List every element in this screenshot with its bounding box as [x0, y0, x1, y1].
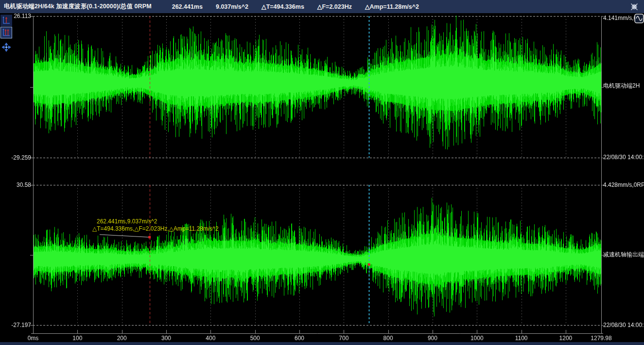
chart-stage: 26.113 -29.259 30.58 -27.197 4.141mm/s,0… — [0, 13, 644, 345]
x-tick-label: 0ms — [28, 335, 39, 342]
header-title: 电机驱动端2H/64k 加速度波形(0.1-20000)/总值 0RPM — [4, 2, 152, 11]
timestamp-label-bottom-chart: 22/08/30 14:00:00 — [603, 322, 644, 328]
x-tick-label: 500 — [250, 335, 260, 342]
waveform-icon — [634, 14, 644, 23]
cursor-annotation: 262.441ms,9.037m/s^2 △T=494.336ms,△F=2.0… — [92, 218, 219, 233]
app-window: 电机驱动端2H/64k 加速度波形(0.1-20000)/总值 0RPM 262… — [0, 0, 644, 345]
x-tick-label: 700 — [339, 335, 348, 342]
x-tick-label: 1200 — [559, 335, 573, 342]
waveform-canvas[interactable] — [0, 13, 644, 345]
cursor-annotation-line2: △T=494.336ms,△F=2.023Hz,△Amp=11.28m/s^2 — [92, 225, 219, 233]
x-tick-label: 300 — [161, 335, 171, 342]
delta-f-readout: △F=2.023Hz — [317, 3, 352, 10]
x-tick-label: 1000 — [470, 335, 484, 342]
timestamp-label-top-chart: 22/08/30 14:00:00 — [603, 154, 644, 161]
waveform-window-button[interactable] — [634, 14, 644, 23]
bottom-edge-strip — [0, 342, 644, 345]
x-tick-label: 900 — [428, 335, 437, 342]
y-max-label-bottom-chart: 30.58 — [6, 182, 31, 188]
x-tick-label: 100 — [72, 335, 82, 342]
pan-move-icon — [2, 43, 11, 52]
x-tick-label: 1100 — [515, 335, 528, 342]
x-tick-label: 200 — [117, 335, 127, 342]
cursor-annotation-line1: 262.441ms,9.037m/s^2 — [92, 218, 219, 225]
x-tick-label: 1279.98 — [591, 335, 611, 342]
cursor-amplitude-readout: 9.037m/s^2 — [216, 3, 248, 10]
collapse-button[interactable] — [629, 2, 640, 12]
speed-label-bottom-chart: 4.428mm/s,0RPM — [603, 182, 644, 188]
collapse-icon — [630, 2, 639, 11]
y-min-label-top-chart: -29.259 — [6, 155, 31, 161]
single-cursor-icon — [2, 16, 11, 25]
delta-t-readout: △T=494.336ms — [261, 3, 304, 10]
x-tick-label: 800 — [383, 335, 393, 342]
header-bar: 电机驱动端2H/64k 加速度波形(0.1-20000)/总值 0RPM 262… — [0, 0, 644, 13]
x-tick-label: 600 — [295, 335, 304, 342]
pan-button[interactable] — [0, 41, 12, 53]
dual-cursor-icon — [2, 28, 11, 37]
dual-cursor-button[interactable] — [0, 27, 12, 38]
single-cursor-button[interactable] — [0, 15, 12, 26]
cursor-toolbar — [0, 15, 13, 54]
y-min-label-bottom-chart: -27.197 — [6, 322, 31, 328]
x-axis-labels: 0ms1002003004005006007008009001000110012… — [0, 335, 644, 342]
channel-label-top-chart: 电机驱动端2H — [603, 83, 640, 89]
cursor-time-readout: 262.441ms — [172, 3, 203, 10]
x-tick-label: 400 — [206, 335, 215, 342]
channel-label-bottom-chart: 减速机轴输出端3H — [603, 252, 644, 258]
delta-amp-readout: △Amp=11.28m/s^2 — [365, 3, 419, 10]
